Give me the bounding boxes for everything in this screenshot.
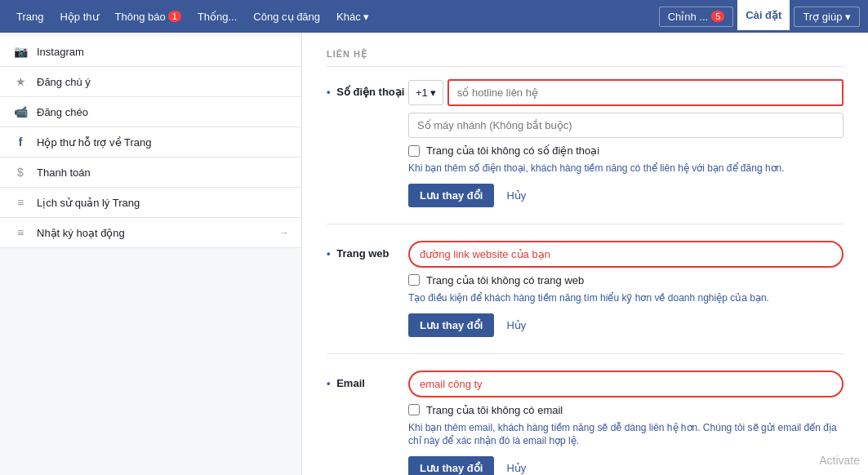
phone-save-button[interactable]: Lưu thay đổi bbox=[408, 184, 494, 207]
activate-watermark: Activate bbox=[819, 454, 860, 467]
section-title: LIÊN HỆ bbox=[327, 49, 844, 67]
phone-checkbox-label: Trang của tôi không có số điện thoại bbox=[426, 144, 599, 157]
instagram-icon: 📷 bbox=[12, 45, 29, 58]
phone-fields: +1 ▾ Trang của tôi không có số điện thoạ… bbox=[408, 79, 844, 207]
chinh-sua-badge: 5 bbox=[711, 11, 724, 22]
cai-dat-button[interactable]: Cài đặt bbox=[737, 0, 790, 33]
video-icon: 📹 bbox=[12, 105, 29, 118]
top-nav-right: Chỉnh ... 5 Cài đặt Trợ giúp ▾ bbox=[659, 0, 860, 33]
phone-ext-input[interactable] bbox=[408, 113, 844, 138]
phone-required-marker: • bbox=[327, 86, 331, 98]
website-required-marker: • bbox=[327, 247, 331, 260]
website-save-button[interactable]: Lưu thay đổi bbox=[408, 313, 494, 337]
dropdown-arrow-icon: ▾ bbox=[430, 87, 436, 99]
facebook-icon: f bbox=[12, 135, 29, 149]
email-required-marker: • bbox=[327, 377, 331, 389]
website-checkbox-label: Trang của tôi không có trang web bbox=[426, 274, 584, 286]
top-navigation: Trang Hộp thư Thông báo 1 Thống... Công … bbox=[0, 0, 868, 33]
sidebar-label-thanh-toan: Thanh toán bbox=[37, 166, 91, 179]
sidebar-item-dang-chu-y[interactable]: ★ Đăng chú ý bbox=[0, 67, 301, 97]
sidebar-label-instagram: Instagram bbox=[37, 46, 84, 58]
main-content: LIÊN HỆ • Số điện thoại +1 ▾ bbox=[302, 33, 868, 475]
phone-no-phone-checkbox[interactable] bbox=[408, 145, 420, 157]
website-action-buttons: Lưu thay đổi Hủy bbox=[408, 313, 844, 337]
email-save-button[interactable]: Lưu thay đổi bbox=[408, 456, 494, 475]
website-no-website-checkbox[interactable] bbox=[408, 274, 420, 286]
email-fields: Trang của tôi không có email Khi bạn thê… bbox=[408, 371, 844, 475]
sidebar: 📷 Instagram ★ Đăng chú ý 📹 Đăng chéo f H… bbox=[0, 33, 302, 475]
country-code-value: +1 bbox=[416, 87, 428, 99]
sidebar-item-thanh-toan[interactable]: $ Thanh toán bbox=[0, 158, 301, 188]
phone-action-buttons: Lưu thay đổi Hủy bbox=[408, 184, 844, 207]
website-label: • Trang web bbox=[327, 241, 408, 260]
star-icon: ★ bbox=[12, 75, 29, 88]
sidebar-item-lich-su[interactable]: ≡ Lịch sử quản lý Trang bbox=[0, 188, 301, 218]
nav-trang[interactable]: Trang bbox=[8, 0, 51, 33]
website-checkbox-row: Trang của tôi không có trang web bbox=[408, 274, 844, 286]
email-cancel-button[interactable]: Hủy bbox=[502, 456, 530, 475]
phone-input-group: +1 ▾ bbox=[408, 79, 844, 106]
page-layout: 📷 Instagram ★ Đăng chú ý 📹 Đăng chéo f H… bbox=[0, 33, 868, 475]
nav-khac[interactable]: Khác ▾ bbox=[328, 0, 377, 33]
email-hint-text: Khi bạn thêm email, khách hàng tiềm năng… bbox=[408, 421, 844, 449]
email-label: • Email bbox=[327, 371, 408, 389]
email-input[interactable] bbox=[408, 371, 844, 397]
phone-main-input[interactable] bbox=[447, 79, 844, 106]
phone-label: • Số điện thoại bbox=[327, 79, 408, 98]
notification-badge: 1 bbox=[168, 11, 181, 22]
email-action-buttons: Lưu thay đổi Hủy bbox=[408, 456, 844, 475]
sidebar-item-nhat-ky[interactable]: ≡ Nhật ký hoạt động → bbox=[0, 218, 301, 248]
website-hint-text: Tạo điều kiện để khách hàng tiềm năng tì… bbox=[408, 291, 844, 305]
sidebar-item-dang-cheo[interactable]: 📹 Đăng chéo bbox=[0, 97, 301, 127]
tro-giup-button[interactable]: Trợ giúp ▾ bbox=[794, 7, 860, 27]
nav-thong-ke[interactable]: Thống... bbox=[189, 0, 245, 33]
email-no-email-checkbox[interactable] bbox=[408, 404, 420, 415]
dollar-icon: $ bbox=[12, 166, 29, 179]
chinh-sua-button[interactable]: Chỉnh ... 5 bbox=[659, 7, 734, 27]
website-form-row: • Trang web Trang của tôi không có trang… bbox=[327, 241, 844, 354]
content-inner: LIÊN HỆ • Số điện thoại +1 ▾ bbox=[302, 33, 868, 475]
website-fields: Trang của tôi không có trang web Tạo điề… bbox=[408, 241, 844, 337]
sidebar-label-dang-cheo: Đăng chéo bbox=[37, 106, 88, 118]
phone-form-row: • Số điện thoại +1 ▾ Trang của tôi k bbox=[327, 79, 844, 224]
sidebar-label-dang-chu-y: Đăng chú ý bbox=[37, 76, 91, 88]
email-form-row: • Email Trang của tôi không có email Khi… bbox=[327, 371, 844, 475]
website-input[interactable] bbox=[408, 241, 844, 268]
email-checkbox-label: Trang của tôi không có email bbox=[426, 404, 563, 416]
nav-hop-thu[interactable]: Hộp thư bbox=[51, 0, 106, 33]
phone-hint-text: Khi bạn thêm số điện thoại, khách hàng t… bbox=[408, 162, 844, 175]
sidebar-item-instagram[interactable]: 📷 Instagram bbox=[0, 37, 301, 67]
sidebar-label-nhat-ky: Nhật ký hoạt động bbox=[37, 227, 125, 239]
country-code-select[interactable]: +1 ▾ bbox=[408, 80, 443, 105]
menu-icon: ≡ bbox=[12, 226, 29, 239]
sidebar-label-lich-su: Lịch sử quản lý Trang bbox=[37, 197, 140, 209]
website-cancel-button[interactable]: Hủy bbox=[502, 313, 530, 337]
email-checkbox-row: Trang của tôi không có email bbox=[408, 404, 844, 416]
nav-thong-bao[interactable]: Thông báo 1 bbox=[107, 0, 189, 33]
sidebar-item-hop-thu-tro-giup[interactable]: f Hộp thư hỗ trợ về Trang bbox=[0, 127, 301, 158]
phone-cancel-button[interactable]: Hủy bbox=[502, 184, 530, 207]
arrow-icon: → bbox=[279, 227, 289, 238]
phone-checkbox-row: Trang của tôi không có số điện thoại bbox=[408, 144, 844, 157]
nav-cong-cu-dang[interactable]: Công cụ đăng bbox=[245, 0, 328, 33]
list-icon: ≡ bbox=[12, 196, 29, 209]
sidebar-label-hop-thu-tro-giup: Hộp thư hỗ trợ về Trang bbox=[37, 136, 151, 149]
